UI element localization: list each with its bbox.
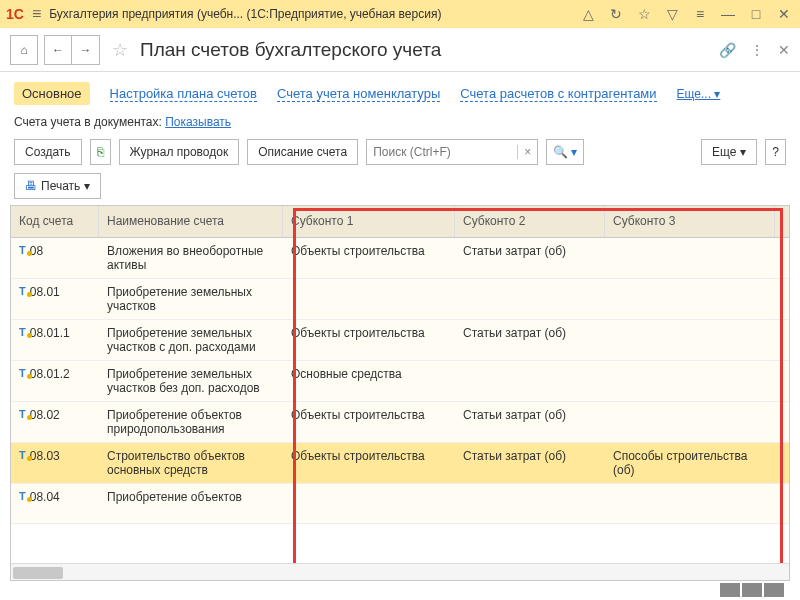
cell-code: 08.01.2	[30, 367, 70, 381]
cell-name: Приобретение земельных участков	[99, 279, 283, 319]
tab-nomenclature[interactable]: Счета учета номенклатуры	[277, 86, 440, 102]
grid-body[interactable]: T08Вложения во внеоборотные активыОбъект…	[11, 238, 789, 563]
cell-code: 08	[30, 244, 43, 258]
cell-sub3	[605, 402, 775, 442]
cell-sub2: Статьи затрат (об)	[455, 320, 605, 360]
favorite-icon[interactable]: ☆	[112, 39, 128, 61]
toolbar: Создать ⎘ Журнал проводок Описание счета…	[0, 135, 800, 173]
page-title: План счетов бухгалтерского учета	[140, 39, 713, 61]
cell-sub1: Объекты строительства	[283, 320, 455, 360]
nav-home-button[interactable]: ⌂	[10, 35, 38, 65]
ribbon-icon[interactable]: ▽	[662, 6, 682, 22]
accounts-grid: Код счета Наименование счета Субконто 1 …	[10, 205, 790, 581]
cell-sub2	[455, 484, 605, 523]
cell-name: Приобретение земельных участков без доп.…	[99, 361, 283, 401]
col-sub1[interactable]: Субконто 1	[283, 206, 455, 237]
cell-code: 08.01	[30, 285, 60, 299]
table-row[interactable]: T08.03Строительство объектов основных ср…	[11, 443, 789, 484]
table-row[interactable]: T08.01.2Приобретение земельных участков …	[11, 361, 789, 402]
tab-main[interactable]: Основное	[14, 82, 90, 105]
cell-sub1: Объекты строительства	[283, 443, 455, 483]
docs-accounts-link[interactable]: Показывать	[165, 115, 231, 129]
tabs-more[interactable]: Еще... ▾	[677, 87, 721, 101]
menu-icon[interactable]: ≡	[690, 6, 710, 22]
close-window-icon[interactable]: ✕	[774, 6, 794, 22]
minimize-icon[interactable]: —	[718, 6, 738, 22]
cell-sub3: Способы строительства (об)	[605, 443, 775, 483]
logo-1c: 1C	[6, 6, 24, 22]
table-row[interactable]: T08.02Приобретение объектов природопольз…	[11, 402, 789, 443]
star-icon[interactable]: ☆	[634, 6, 654, 22]
print-button[interactable]: 🖶 Печать ▾	[14, 173, 101, 199]
tab-contractors[interactable]: Счета расчетов с контрагентами	[460, 86, 656, 102]
cell-sub1	[283, 279, 455, 319]
create-button[interactable]: Создать	[14, 139, 82, 165]
search-box: ×	[366, 139, 538, 165]
hamburger-icon[interactable]: ≡	[32, 5, 41, 23]
help-button[interactable]: ?	[765, 139, 786, 165]
cell-sub3	[605, 238, 775, 278]
cell-sub1: Объекты строительства	[283, 402, 455, 442]
cell-sub3	[605, 279, 775, 319]
cell-name: Приобретение объектов природопользования	[99, 402, 283, 442]
search-clear-icon[interactable]: ×	[517, 145, 537, 159]
cell-name: Приобретение земельных участков с доп. р…	[99, 320, 283, 360]
account-icon: T	[19, 367, 26, 379]
window-titlebar: 1C ≡ Бухгалтерия предприятия (учебн... (…	[0, 0, 800, 28]
cell-sub1	[283, 484, 455, 523]
cell-sub1: Основные средства	[283, 361, 455, 401]
tab-row: Основное Настройка плана счетов Счета уч…	[0, 72, 800, 109]
horizontal-scrollbar[interactable]	[11, 563, 789, 581]
kebab-icon[interactable]: ⋮	[750, 42, 764, 58]
cell-name: Вложения во внеоборотные активы	[99, 238, 283, 278]
col-code[interactable]: Код счета	[11, 206, 99, 237]
account-icon: T	[19, 285, 26, 297]
docs-accounts-label: Счета учета в документах:	[14, 115, 162, 129]
docs-accounts-row: Счета учета в документах: Показывать	[0, 109, 800, 135]
cell-code: 08.03	[30, 449, 60, 463]
cell-sub3	[605, 361, 775, 401]
description-button[interactable]: Описание счета	[247, 139, 358, 165]
search-input[interactable]	[367, 140, 517, 164]
close-icon[interactable]: ✕	[778, 42, 790, 58]
cell-sub2	[455, 279, 605, 319]
journal-button[interactable]: Журнал проводок	[119, 139, 240, 165]
col-sub3[interactable]: Субконто 3	[605, 206, 775, 237]
history-icon[interactable]: ↻	[606, 6, 626, 22]
grid-header: Код счета Наименование счета Субконто 1 …	[11, 206, 789, 238]
cell-name: Строительство объектов основных средств	[99, 443, 283, 483]
cell-name: Приобретение объектов	[99, 484, 283, 523]
cell-sub2: Статьи затрат (об)	[455, 402, 605, 442]
col-sub2[interactable]: Субконто 2	[455, 206, 605, 237]
more-button[interactable]: Еще ▾	[701, 139, 757, 165]
cell-sub1: Объекты строительства	[283, 238, 455, 278]
search-button[interactable]: 🔍 ▾	[546, 139, 584, 165]
account-icon: T	[19, 408, 26, 420]
footer-indicators	[720, 583, 784, 597]
page-header: ⌂ ← → ☆ План счетов бухгалтерского учета…	[0, 28, 800, 72]
nav-back-button[interactable]: ←	[44, 35, 72, 65]
col-name[interactable]: Наименование счета	[99, 206, 283, 237]
cell-sub2	[455, 361, 605, 401]
window-title: Бухгалтерия предприятия (учебн... (1С:Пр…	[49, 7, 570, 21]
account-icon: T	[19, 326, 26, 338]
table-row[interactable]: T08Вложения во внеоборотные активыОбъект…	[11, 238, 789, 279]
table-row[interactable]: T08.01.1Приобретение земельных участков …	[11, 320, 789, 361]
table-row[interactable]: T08.01Приобретение земельных участков	[11, 279, 789, 320]
cell-sub3	[605, 320, 775, 360]
nav-forward-button[interactable]: →	[72, 35, 100, 65]
cell-code: 08.04	[30, 490, 60, 504]
cell-sub3	[605, 484, 775, 523]
table-row[interactable]: T08.04Приобретение объектов	[11, 484, 789, 524]
account-icon: T	[19, 244, 26, 256]
bell-icon[interactable]: △	[578, 6, 598, 22]
account-icon: T	[19, 490, 26, 502]
tab-config[interactable]: Настройка плана счетов	[110, 86, 257, 102]
cell-code: 08.02	[30, 408, 60, 422]
account-icon: T	[19, 449, 26, 461]
cell-sub2: Статьи затрат (об)	[455, 238, 605, 278]
cell-code: 08.01.1	[30, 326, 70, 340]
maximize-icon[interactable]: □	[746, 6, 766, 22]
link-icon[interactable]: 🔗	[719, 42, 736, 58]
copy-button[interactable]: ⎘	[90, 139, 111, 165]
